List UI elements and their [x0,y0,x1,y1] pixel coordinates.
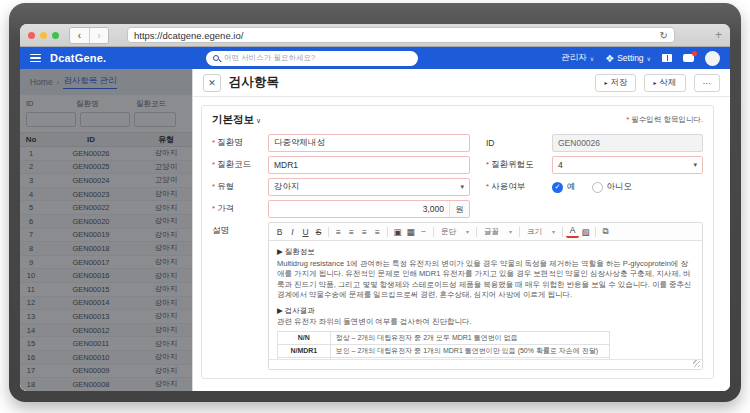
page-title: 검사항목 [229,74,587,91]
manual-book-icon[interactable] [662,54,672,62]
toolbar-separator [476,227,477,237]
font-dropdown[interactable]: 글꼴▾ [480,227,516,237]
app-body: Home › 검사항목 관리 ID질환명질환코드 NoID유형 1GEN0002… [20,69,730,391]
type-label: *유형 [212,181,268,193]
align-left-icon[interactable]: ≡ [332,225,345,239]
disease-code-input[interactable] [268,156,470,174]
toolbar-separator [562,227,563,237]
avatar[interactable] [705,51,720,66]
header-right: 관리자 ∨ ❖ Setting ∨ [561,51,720,66]
strikethrough-icon[interactable]: S [312,225,325,239]
result-table-body: N/N정상 – 2개의 대립유전자 중 2개 모두 MDR1 돌연변이 없음N/… [278,331,610,359]
risk-label: *질환위험도 [486,159,552,171]
disease-name-label: *질환명 [212,137,268,149]
zoom-window-button[interactable] [52,32,59,39]
user-role-menu[interactable]: 관리자 ∨ [561,52,594,64]
save-icon: ▸ [604,79,607,86]
image-icon[interactable]: ▣ [391,225,404,239]
back-button[interactable]: ‹ [70,28,89,43]
notification-badge [692,51,697,56]
close-icon[interactable]: ✕ [203,74,221,92]
align-right-icon[interactable]: ≡ [358,225,371,239]
underline-icon[interactable]: U [299,225,312,239]
type-select[interactable]: 강아지 ▾ [268,178,470,196]
id-input[interactable] [552,134,703,152]
resize-grip-icon[interactable] [693,360,700,367]
search-placeholder: 어떤 서비스가 필요하세요? [224,53,315,63]
left-list-panel: Home › 검사항목 관리 ID질환명질환코드 NoID유형 1GEN0002… [20,69,192,391]
paragraph-dropdown-label: 문단 [441,227,456,237]
editor-result-intro: 관련 유전자 좌위의 돌연변이 여부를 검사하여 진단합니다. [277,317,694,328]
form-row: *유형 강아지 ▾ *사용여부 ✓ 예 [212,178,703,196]
browser-chrome: ‹ › https://dcatgene.egene.io/ ↻ + [20,24,730,47]
new-tab-button[interactable]: + [715,28,722,42]
disease-name-input[interactable] [268,134,470,152]
collapse-chevron-icon: ∨ [256,117,261,124]
codeview-icon[interactable]: ⧉ [599,225,612,239]
editor-content[interactable]: ▶ 질환정보 Multidrug resistance 1에 관여하는 특정 유… [269,241,702,359]
forward-button[interactable]: › [89,28,108,43]
hr-icon[interactable]: ⎯ [417,225,430,239]
paragraph-dropdown[interactable]: 문단▾ [437,227,473,237]
layers-icon: ❖ [605,53,614,64]
editor-result-heading: ▶ 검사결과 [277,306,694,317]
price-input[interactable] [269,201,449,217]
address-bar[interactable]: https://dcatgene.egene.io/ ↻ [127,27,675,43]
setting-label: Setting [617,53,643,63]
align-center-icon[interactable]: ≡ [345,225,358,239]
toolbar-separator [328,227,329,237]
bold-icon[interactable]: B [273,225,286,239]
window-frame: ‹ › https://dcatgene.egene.io/ ↻ + DcatG… [9,3,741,402]
font-color-icon[interactable]: A [566,226,579,238]
section-title[interactable]: 기본정보∨ [212,113,261,127]
section-header: 기본정보∨ *필수입력 항목입니다. [212,113,703,127]
toolbar-separator [387,227,388,237]
editor-toolbar: BIUS≡≡≡≡▣▦⎯문단▾글꼴▾크기▾A▧⧉ [269,223,702,241]
use-yes-radio[interactable]: ✓ 예 [552,181,576,193]
left-panel-dim-overlay [20,69,192,391]
editor-statusbar [269,359,702,369]
setting-menu[interactable]: ❖ Setting ∨ [605,53,651,64]
result-description: 보인 – 2개의 대립유전자 중 1개의 MDR1 돌연변이만 있음 (50% … [330,344,609,357]
size-dropdown[interactable]: 크기▾ [523,227,559,237]
chevron-down-icon: ▾ [466,228,469,235]
editor-info-text: Multidrug resistance 1에 관여하는 특정 유전자의 변이가… [277,259,694,301]
form-row: *질환코드 *질환위험도 4 ▾ [212,156,703,174]
description-row: 설명 BIUS≡≡≡≡▣▦⎯문단▾글꼴▾크기▾A▧⧉ ▶ 질환정보 Multid… [212,222,703,370]
chevron-down-icon: ▾ [509,228,512,235]
global-search-input[interactable]: 어떤 서비스가 필요하세요? [206,51,418,66]
result-row: N/N정상 – 2개의 대립유전자 중 2개 모두 MDR1 돌연변이 없음 [278,331,610,344]
chevron-down-icon: ∨ [647,55,651,62]
save-button[interactable]: ▸ 저장 [595,74,636,92]
more-button[interactable]: ··· [694,74,721,92]
user-role-label: 관리자 [561,52,587,64]
result-description: 정상 – 2개의 대립유전자 중 2개 모두 MDR1 돌연변이 없음 [330,331,609,344]
close-window-button[interactable] [28,32,35,39]
size-dropdown-label: 크기 [527,227,542,237]
editor-info-heading: ▶ 질환정보 [277,247,694,258]
menu-icon[interactable] [30,54,41,63]
required-note: *필수입력 항목입니다. [626,115,703,125]
risk-select[interactable]: 4 ▾ [552,156,703,174]
chevron-down-icon: ▾ [693,161,697,169]
delete-button[interactable]: ▸ 삭제 [644,74,685,92]
font-dropdown-label: 글꼴 [484,227,499,237]
basic-info-card: 기본정보∨ *필수입력 항목입니다. *질환명 ID [201,105,714,379]
price-input-group: 원 [268,200,470,218]
delete-icon: ▸ [653,79,656,86]
radio-unchecked-icon [592,182,603,193]
notifications-icon[interactable] [683,54,694,62]
result-table: N/N정상 – 2개의 대립유전자 중 2개 모두 MDR1 돌연변이 없음N/… [277,331,610,360]
refresh-icon[interactable]: ↻ [660,30,668,41]
use-no-radio[interactable]: 아니오 [592,181,633,193]
minimize-window-button[interactable] [40,32,47,39]
app-logo[interactable]: DcatGene. [50,52,106,64]
highlight-color-icon[interactable]: ▧ [579,225,592,239]
use-radio-group: ✓ 예 아니오 [552,181,648,193]
align-justify-icon[interactable]: ≡ [371,225,384,239]
toolbar-separator [433,227,434,237]
rich-text-editor[interactable]: BIUS≡≡≡≡▣▦⎯문단▾글꼴▾크기▾A▧⧉ ▶ 질환정보 Multidrug… [268,222,703,370]
browser-nav: ‹ › [69,27,109,44]
table-icon[interactable]: ▦ [404,225,417,239]
italic-icon[interactable]: I [286,225,299,239]
